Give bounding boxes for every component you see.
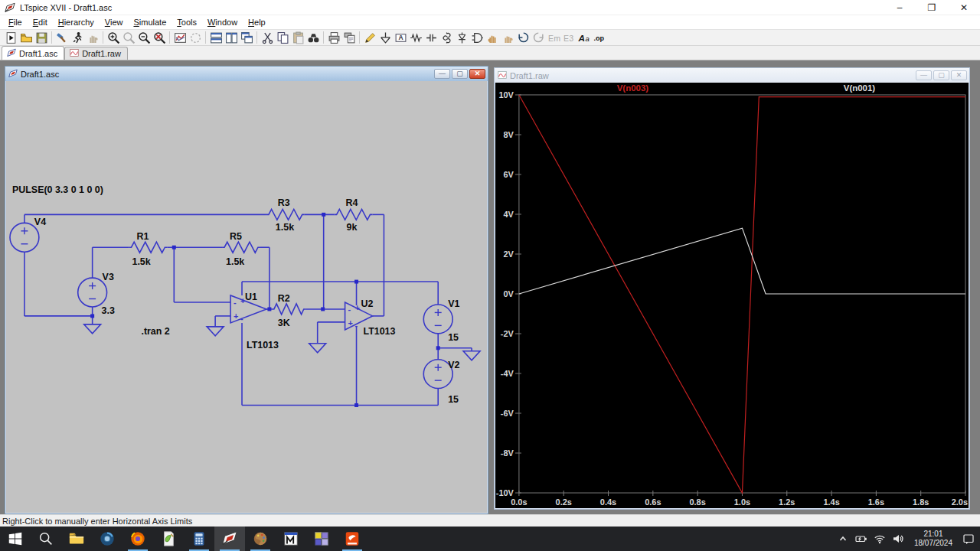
menu-item-help[interactable]: Help (243, 16, 271, 28)
child-close-button[interactable]: ✕ (469, 69, 485, 79)
schematic-label[interactable]: V2 (448, 360, 459, 370)
zoom-extents-button[interactable] (152, 30, 167, 45)
speaker-icon[interactable] (890, 533, 906, 545)
resistor-button[interactable] (408, 30, 423, 45)
control-panel-button[interactable] (54, 30, 70, 45)
taskbar-calculator-button[interactable] (184, 527, 214, 551)
find-button[interactable] (305, 30, 321, 45)
waveform-window-titlebar[interactable]: Draft1.raw — ▢ ✕ (495, 68, 969, 83)
tab-draft1-asc[interactable]: Draft1.asc (2, 46, 64, 60)
taskbar-grid-app-button[interactable] (306, 527, 337, 551)
resistor-R3[interactable] (266, 209, 305, 220)
wave-minimize-button[interactable]: — (916, 70, 932, 80)
close-button[interactable]: ✕ (948, 0, 980, 15)
schematic-label[interactable]: PULSE(0 3.3 0 1 0 0) (12, 184, 103, 195)
ground-button[interactable] (377, 30, 393, 45)
schematic-label[interactable]: 3K (278, 318, 290, 328)
label-button[interactable]: A (393, 30, 408, 45)
child-minimize-button[interactable]: — (434, 69, 450, 79)
schematic-label[interactable]: R4 (346, 197, 358, 208)
copy-button[interactable] (275, 30, 290, 45)
move-button[interactable] (485, 30, 500, 45)
resistor-R1[interactable] (129, 242, 167, 253)
schematic-label[interactable]: 1.5k (132, 256, 150, 267)
taskbar-start-button[interactable] (0, 527, 31, 551)
print-preview-button[interactable] (341, 30, 357, 45)
schematic-label[interactable]: U2 (361, 298, 374, 309)
schematic-label[interactable]: V1 (448, 298, 459, 309)
menu-item-file[interactable]: File (3, 16, 28, 28)
taskbar-explorer-button[interactable] (61, 527, 92, 551)
inductor-button[interactable] (439, 30, 454, 45)
print-button[interactable] (326, 30, 341, 45)
legend-V(n001)[interactable]: V(n001) (844, 83, 876, 93)
menu-item-hierarchy[interactable]: Hierarchy (53, 16, 100, 28)
taskbar-paint-palette-app-button[interactable] (245, 527, 276, 551)
resistor-R2[interactable] (272, 304, 306, 315)
text-button[interactable]: Aa (577, 30, 592, 45)
ground-symbol[interactable] (84, 324, 101, 334)
mark-region-button[interactable] (188, 30, 203, 45)
taskbar-m-app-button[interactable] (276, 527, 306, 551)
tile-horizontal-button[interactable] (224, 30, 239, 45)
schematic-label[interactable]: 1.5k (226, 256, 244, 267)
waveform-plot-area[interactable]: 10V8V6V4V2V0V-2V-4V-6V-8V-10V0.0s0.2s0.4… (495, 83, 969, 508)
zoom-in-button[interactable] (106, 30, 121, 45)
legend-V(n003)[interactable]: V(n003) (617, 83, 649, 93)
schematic-label[interactable]: V3 (103, 272, 114, 282)
drag-button[interactable] (500, 30, 515, 45)
rotate-button[interactable]: Em (546, 30, 561, 45)
cascade-button[interactable] (239, 30, 254, 45)
mirror-button[interactable]: E3 (561, 30, 577, 45)
schematic-label[interactable]: R2 (278, 293, 290, 304)
wave-restore-button[interactable]: ▢ (933, 70, 949, 80)
menu-item-edit[interactable]: Edit (28, 16, 53, 28)
ground-symbol[interactable] (309, 344, 326, 353)
schematic-window-titlebar[interactable]: Draft1.asc — ▢ ✕ (5, 67, 488, 81)
schematic-label[interactable]: 15 (448, 394, 459, 405)
zoom-rect-button[interactable] (121, 30, 136, 45)
autorange-y-button[interactable] (172, 30, 188, 45)
halt-button[interactable] (85, 30, 100, 45)
wire-button[interactable] (362, 30, 377, 45)
open-button[interactable] (18, 30, 34, 45)
ground-symbol[interactable] (463, 351, 480, 360)
menu-item-simulate[interactable]: Simulate (128, 16, 172, 28)
tray-chevron-up-icon[interactable] (835, 533, 851, 545)
schematic-label[interactable]: R1 (136, 231, 149, 242)
schematic-label[interactable]: 1.5k (276, 222, 294, 233)
undo-button[interactable] (515, 30, 531, 45)
zoom-out-button[interactable] (136, 30, 152, 45)
schematic-label[interactable]: LT1013 (364, 326, 396, 337)
schematic-label[interactable]: .tran 2 (141, 326, 169, 337)
schematic-label[interactable]: 9k (347, 222, 358, 233)
minimize-button[interactable]: – (884, 0, 916, 15)
menu-item-window[interactable]: Window (202, 16, 243, 28)
cut-button[interactable] (260, 30, 275, 45)
menu-item-tools[interactable]: Tools (172, 16, 202, 28)
schematic-label[interactable]: V4 (34, 217, 46, 227)
schematic-label[interactable]: LT1013 (247, 340, 279, 350)
schematic-label[interactable]: 15 (448, 332, 459, 343)
maximize-button[interactable]: ❐ (916, 0, 948, 15)
spice-directive-button[interactable]: .op (592, 30, 607, 45)
schematic-label[interactable]: R3 (278, 197, 290, 208)
save-button[interactable] (34, 30, 49, 45)
taskbar-search-button[interactable] (31, 527, 61, 551)
taskbar-clock[interactable]: 21:0118/07/2024 (908, 530, 959, 548)
tile-vertical-button[interactable] (208, 30, 224, 45)
taskbar-blue-circle-app-button[interactable] (92, 527, 122, 551)
action-center-icon[interactable] (960, 533, 977, 545)
schematic-label[interactable]: 3.3 (102, 305, 115, 316)
taskbar-foxit-reader-button[interactable] (337, 527, 368, 551)
wave-close-button[interactable]: ✕ (951, 70, 967, 80)
schematic-canvas[interactable]: -++--++-PULSE(0 3.3 0 1 0 0)V4V33.3R11.5… (6, 81, 487, 513)
schematic-label[interactable]: R5 (230, 231, 242, 242)
diode-button[interactable] (454, 30, 469, 45)
new-schematic-button[interactable] (3, 30, 18, 45)
child-restore-button[interactable]: ▢ (452, 69, 468, 79)
redo-button[interactable] (531, 30, 546, 45)
run-button[interactable] (70, 30, 85, 45)
ground-symbol[interactable] (207, 327, 224, 336)
capacitor-button[interactable] (423, 30, 439, 45)
